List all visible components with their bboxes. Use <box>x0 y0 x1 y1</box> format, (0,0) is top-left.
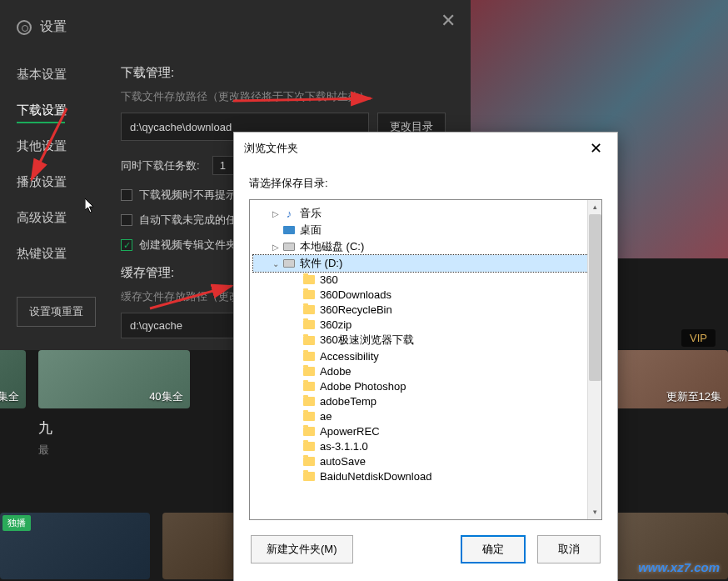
video-card[interactable]: 9集全 今日宜加油 都市剧榜第1名 <box>0 350 26 500</box>
dialog-label: 请选择保存目录: <box>234 164 617 199</box>
tree-label: Adobe Photoshop <box>320 380 406 393</box>
exclusive-badge: 独播 <box>2 515 31 531</box>
expand-icon[interactable]: ▷ <box>270 209 282 218</box>
card-thumbnail: 9集全 <box>0 350 26 408</box>
folder-tree[interactable]: ▷ ♪ 音乐 桌面 ▷ 本地磁盘 (C:) ⌄ 软件 (D:) 360360Do… <box>250 200 601 488</box>
tree-item[interactable]: Accessibility <box>253 348 598 363</box>
folder-icon <box>302 333 317 347</box>
folder-icon <box>302 454 317 468</box>
tree-label: 音乐 <box>300 206 322 221</box>
video-card[interactable]: 40集全 九 最 <box>38 350 189 500</box>
tree-item[interactable]: 360zip <box>253 317 598 332</box>
checkbox-album-folder[interactable] <box>121 239 132 251</box>
tree-label: BaiduNetdiskDownload <box>320 470 431 483</box>
settings-sidebar: 基本设置 下载设置 其他设置 播放设置 高级设置 热键设置 设置项重置 <box>0 44 96 353</box>
sidebar-item-advanced[interactable]: 高级设置 <box>0 200 96 236</box>
folder-browse-dialog: 浏览文件夹 ✕ 请选择保存目录: ▷ ♪ 音乐 桌面 ▷ 本地磁盘 (C:) ⌄… <box>233 132 618 581</box>
tree-label: 桌面 <box>300 223 322 238</box>
checkbox-label: 创建视频专辑文件夹 <box>139 238 237 253</box>
sidebar-item-other[interactable]: 其他设置 <box>0 128 96 164</box>
checkbox-no-prompt[interactable] <box>121 189 132 201</box>
folder-icon <box>302 349 317 363</box>
episode-badge: 40集全 <box>149 389 182 404</box>
collapse-icon[interactable]: ⌄ <box>270 259 282 268</box>
cancel-button[interactable]: 取消 <box>537 535 601 563</box>
tree-label: 360zip <box>320 318 352 331</box>
gear-icon <box>17 20 32 35</box>
tree-item[interactable]: Adobe Photoshop <box>253 378 598 393</box>
label-concurrent: 同时下载任务数: <box>121 158 200 173</box>
disk-icon <box>282 240 297 253</box>
folder-icon <box>302 273 317 286</box>
sidebar-item-download[interactable]: 下载设置 <box>0 93 96 128</box>
tree-item[interactable]: ae <box>253 408 598 423</box>
tree-label: ae <box>320 410 332 423</box>
scroll-up-icon[interactable]: ▴ <box>589 201 601 213</box>
episode-badge: 9集全 <box>0 389 19 404</box>
tree-item[interactable]: 桌面 <box>253 222 598 238</box>
tree-label: adobeTemp <box>320 395 376 408</box>
tree-item[interactable]: ▷ ♪ 音乐 <box>253 205 598 222</box>
video-card[interactable]: 独播 <box>0 513 150 579</box>
checkbox-label: 自动下载未完成的任务 <box>139 213 247 228</box>
card-title: 今日宜加油 <box>0 418 26 438</box>
tree-item[interactable]: BaiduNetdiskDownload <box>253 468 598 483</box>
close-icon[interactable]: ✕ <box>441 10 456 32</box>
sidebar-item-hotkey[interactable]: 热键设置 <box>0 236 96 272</box>
tree-item[interactable]: 360Downloads <box>253 287 598 302</box>
card-subtitle: 都市剧榜第1名 <box>0 443 26 458</box>
folder-icon <box>302 364 317 378</box>
folder-tree-container: ▷ ♪ 音乐 桌面 ▷ 本地磁盘 (C:) ⌄ 软件 (D:) 360360Do… <box>249 199 602 520</box>
checkbox-label: 下载视频时不再提示 <box>139 188 237 203</box>
episode-badge: 更新至12集 <box>666 389 721 404</box>
card-title: 九 <box>38 418 189 438</box>
settings-header: 设置 <box>0 0 471 44</box>
disk-icon <box>282 257 297 270</box>
tree-item[interactable]: 360极速浏览器下载 <box>253 332 598 348</box>
vip-badge: VIP <box>681 329 716 347</box>
tree-label: 360极速浏览器下载 <box>320 333 414 348</box>
reset-button[interactable]: 设置项重置 <box>17 297 96 327</box>
expand-icon[interactable]: ▷ <box>270 243 282 252</box>
tree-item-selected[interactable]: ⌄ 软件 (D:) <box>253 255 598 272</box>
dialog-footer: 新建文件夹(M) 确定 取消 <box>234 520 617 578</box>
tree-label: 360 <box>320 273 338 286</box>
close-icon[interactable]: ✕ <box>585 139 607 158</box>
ok-button[interactable]: 确定 <box>461 535 526 563</box>
tree-item[interactable]: ApowerREC <box>253 423 598 438</box>
tree-label: autoSave <box>320 455 366 468</box>
folder-icon <box>302 409 317 423</box>
tree-item[interactable]: 360RecycleBin <box>253 302 598 317</box>
tree-label: 软件 (D:) <box>300 256 342 271</box>
tree-item[interactable]: adobeTemp <box>253 393 598 408</box>
scroll-down-icon[interactable]: ▾ <box>589 506 601 518</box>
folder-icon <box>302 424 317 438</box>
tree-item[interactable]: ▷ 本地磁盘 (C:) <box>253 238 598 255</box>
tree-item[interactable]: autoSave <box>253 453 598 468</box>
tree-label: 360RecycleBin <box>320 303 392 316</box>
section-title: 下载管理: <box>121 65 446 81</box>
folder-icon <box>302 379 317 393</box>
tree-label: Adobe <box>320 365 352 378</box>
tree-item[interactable]: as-3.1.1.0 <box>253 438 598 453</box>
dialog-header: 浏览文件夹 ✕ <box>234 133 617 164</box>
scrollbar[interactable]: ▴ ▾ <box>587 200 601 519</box>
new-folder-button[interactable]: 新建文件夹(M) <box>251 535 353 563</box>
tree-label: ApowerREC <box>320 425 380 438</box>
sidebar-item-playback[interactable]: 播放设置 <box>0 164 96 200</box>
tree-label: as-3.1.1.0 <box>320 440 368 453</box>
music-icon: ♪ <box>282 207 297 220</box>
card-thumbnail: 40集全 <box>38 350 189 408</box>
settings-title: 设置 <box>40 18 67 36</box>
scroll-thumb[interactable] <box>589 214 601 381</box>
tree-label: Accessibility <box>320 350 379 363</box>
sidebar-item-basic[interactable]: 基本设置 <box>0 57 96 93</box>
checkbox-auto-download[interactable] <box>121 214 132 226</box>
folder-icon <box>302 439 317 453</box>
folder-icon <box>302 318 317 331</box>
desktop-icon <box>282 223 297 237</box>
tree-item[interactable]: Adobe <box>253 363 598 378</box>
card-subtitle: 最 <box>38 443 189 458</box>
tree-label: 360Downloads <box>320 288 391 301</box>
tree-item[interactable]: 360 <box>253 272 598 287</box>
